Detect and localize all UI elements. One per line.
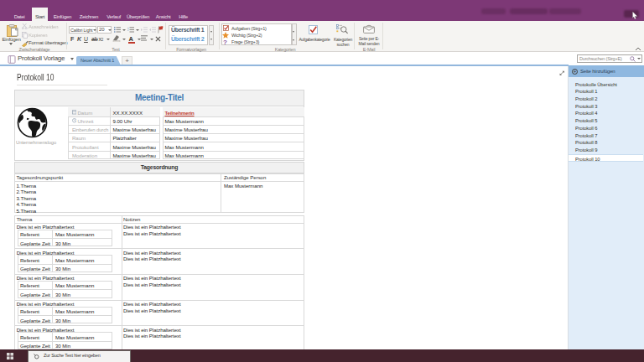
svg-text:2: 2 — [127, 28, 129, 32]
